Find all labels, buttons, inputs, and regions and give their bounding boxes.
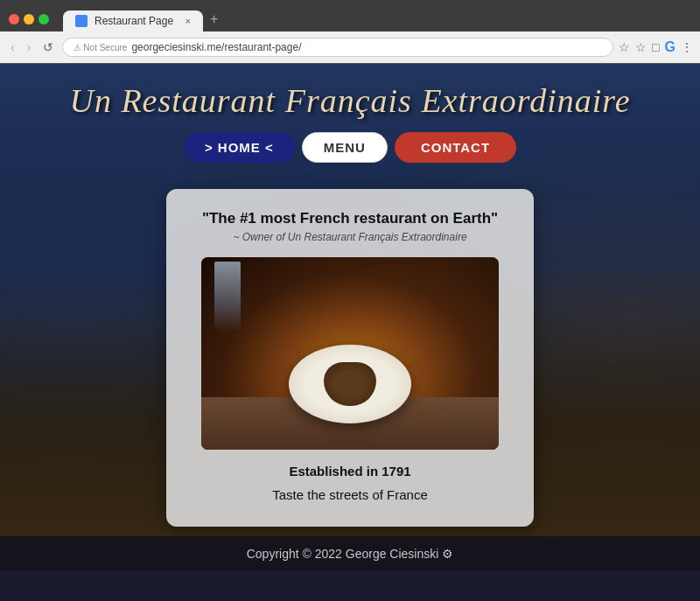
tagline-text: Taste the streets of France — [192, 487, 508, 502]
address-bar: ‹ › ↺ ⚠ Not Secure georgeciesinski.me/re… — [0, 31, 700, 63]
new-tab-button[interactable]: + — [203, 7, 225, 31]
browser-chrome: Restaurant Page × + ‹ › ↺ ⚠ Not Secure g… — [0, 0, 700, 64]
site-header: Un Restaurant Français Extraordinaire > … — [0, 64, 700, 189]
url-text: georgeciesinski.me/restaurant-page/ — [131, 41, 301, 53]
food-garnish — [324, 362, 376, 406]
forward-button[interactable]: › — [24, 38, 35, 56]
security-indicator: ⚠ Not Secure — [74, 43, 127, 52]
back-button[interactable]: ‹ — [7, 38, 18, 56]
bookmark-button[interactable]: ☆ — [635, 40, 647, 54]
browser-menu-button[interactable]: ⋮ — [681, 40, 693, 54]
reload-button[interactable]: ↺ — [39, 38, 57, 56]
website-viewport: Un Restaurant Français Extraordinaire > … — [0, 64, 700, 571]
main-quote: "The #1 most French restaurant on Earth" — [192, 210, 508, 227]
close-window-button[interactable] — [9, 14, 19, 24]
contact-nav-button[interactable]: CONTACT — [395, 132, 516, 163]
main-content-card: "The #1 most French restaurant on Earth"… — [166, 189, 534, 527]
tab-favicon — [75, 15, 88, 27]
active-tab[interactable]: Restaurant Page × — [63, 10, 203, 31]
google-icon[interactable]: G — [665, 39, 676, 55]
navigation: > HOME < MENU CONTACT — [0, 132, 700, 163]
maximize-window-button[interactable] — [38, 14, 49, 24]
food-photo-bg — [201, 257, 499, 450]
extensions-button[interactable]: □ — [652, 40, 659, 54]
minimize-window-button[interactable] — [24, 14, 34, 24]
share-button[interactable]: ☆ — [619, 40, 630, 54]
tab-bar: Restaurant Page × + — [63, 7, 691, 31]
food-image — [201, 257, 499, 450]
site-footer: Copyright © 2022 George Ciesinski ⚙ — [0, 536, 700, 571]
tab-title: Restaurant Page — [94, 15, 173, 27]
tab-close-button[interactable]: × — [186, 16, 191, 26]
home-nav-button[interactable]: > HOME < — [184, 132, 295, 163]
traffic-lights — [9, 14, 49, 24]
copyright-text: Copyright © 2022 George Ciesinski ⚙ — [247, 547, 454, 561]
wine-glass — [214, 262, 241, 332]
url-bar[interactable]: ⚠ Not Secure georgeciesinski.me/restaura… — [62, 38, 613, 57]
quote-attribution: ~ Owner of Un Restaurant Français Extrao… — [192, 231, 508, 243]
site-title: Un Restaurant Français Extraordinaire — [0, 81, 700, 120]
food-plate — [289, 345, 411, 423]
warning-icon: ⚠ — [74, 43, 81, 52]
established-text: Established in 1791 — [192, 464, 508, 479]
website-content: Un Restaurant Français Extraordinaire > … — [0, 64, 700, 527]
title-bar: Restaurant Page × + — [0, 0, 700, 31]
menu-nav-button[interactable]: MENU — [302, 132, 388, 163]
